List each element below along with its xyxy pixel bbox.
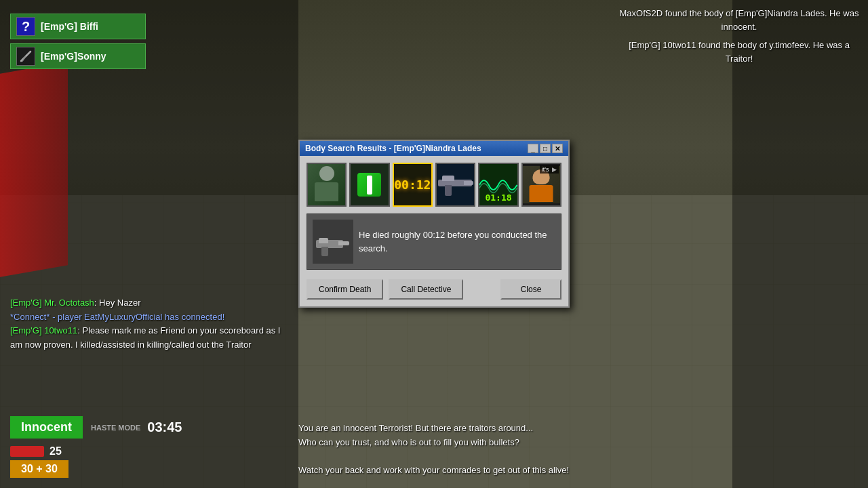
- maximize-button[interactable]: □: [540, 144, 551, 153]
- modal-titlebar: Body Search Results - [Emp'G]Niandra Lad…: [300, 141, 568, 156]
- info-text: He died roughly 00:12 before you conduct…: [359, 220, 555, 264]
- evidence-row: 00:12: [307, 163, 561, 207]
- modal-overlay: Body Search Results - [Emp'G]Niandra Lad…: [0, 0, 868, 488]
- evidence-slot-character[interactable]: it's ▶: [521, 163, 561, 207]
- modal-controls: _ □ ✕: [528, 144, 563, 153]
- info-panel: He died roughly 00:12 before you conduct…: [307, 214, 561, 270]
- call-detective-button[interactable]: Call Detective: [389, 279, 463, 300]
- close-button[interactable]: Close: [500, 279, 561, 300]
- minimize-button[interactable]: _: [528, 144, 538, 153]
- button-row: Confirm Death Call Detective Close: [307, 277, 561, 300]
- pill-inner: [367, 176, 372, 195]
- modal-title: Body Search Results - [Emp'G]Niandra Lad…: [305, 144, 528, 153]
- character-slot-label: it's ▶: [540, 165, 559, 174]
- close-title-button[interactable]: ✕: [552, 144, 563, 153]
- evidence-slot-gun[interactable]: [435, 163, 475, 207]
- confirm-death-button[interactable]: Confirm Death: [307, 279, 383, 300]
- green-pill-icon: [357, 173, 381, 197]
- evidence-slot-green[interactable]: [349, 163, 389, 207]
- timer-display: 00:12: [394, 178, 431, 192]
- evidence-slot-timer[interactable]: 00:12: [393, 163, 433, 207]
- wave-timer-value: 01:18: [479, 192, 517, 203]
- body-search-dialog: Body Search Results - [Emp'G]Niandra Lad…: [298, 140, 570, 308]
- evidence-slot-wave[interactable]: 01:18: [478, 163, 518, 207]
- modal-body: 00:12: [300, 156, 568, 306]
- avatar-image: [308, 164, 345, 205]
- evidence-slot-avatar[interactable]: [307, 163, 347, 207]
- info-gun-icon: [313, 220, 353, 264]
